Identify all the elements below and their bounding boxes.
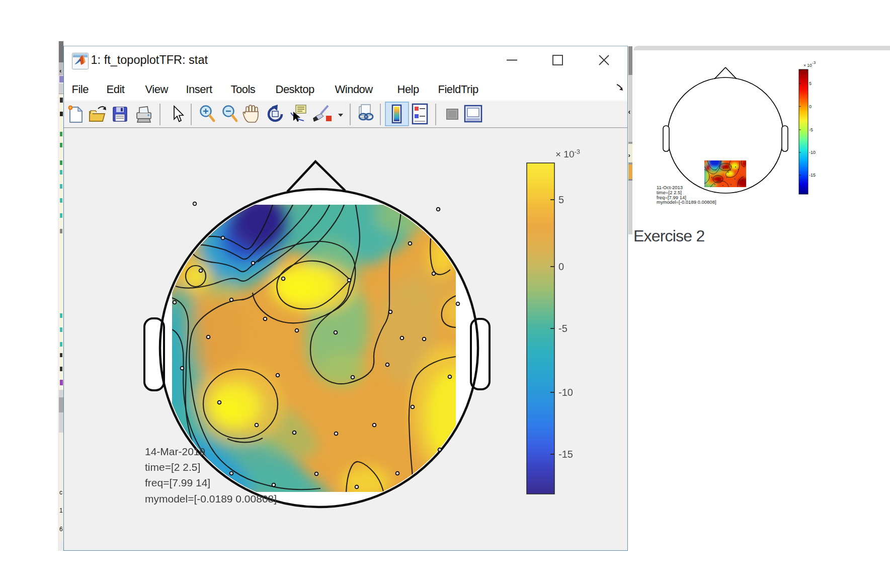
svg-text:-10: -10 xyxy=(809,150,816,155)
svg-text:-15: -15 xyxy=(558,449,573,460)
svg-text:-10: -10 xyxy=(558,387,573,398)
svg-text:0: 0 xyxy=(558,261,564,272)
svg-text:5: 5 xyxy=(809,81,812,86)
svg-text:mymodel=[-0.0189 0.00808]: mymodel=[-0.0189 0.00808] xyxy=(657,199,716,205)
svg-text:× 10: × 10 xyxy=(803,63,812,68)
svg-text:freq=[7.99 14]: freq=[7.99 14] xyxy=(145,477,210,488)
svg-text:× 10-3: × 10-3 xyxy=(555,148,580,159)
svg-text:5: 5 xyxy=(558,194,564,205)
svg-text:-5: -5 xyxy=(809,127,813,132)
svg-text:-15: -15 xyxy=(809,173,816,178)
svg-text:time=[2 2.5]: time=[2 2.5] xyxy=(145,461,200,473)
svg-text:-3: -3 xyxy=(812,60,816,65)
svg-text:-5: -5 xyxy=(558,323,568,334)
svg-text:mymodel=[-0.0189 0.00808]: mymodel=[-0.0189 0.00808] xyxy=(145,493,277,505)
svg-text:14-Mar-2019: 14-Mar-2019 xyxy=(145,446,205,457)
svg-text:0: 0 xyxy=(809,104,812,109)
